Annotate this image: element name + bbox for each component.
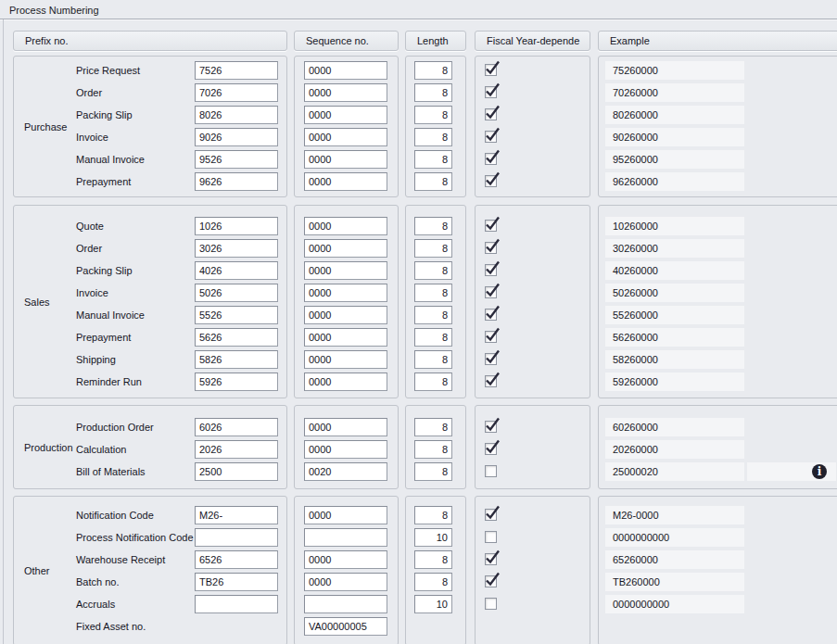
sequence-input[interactable]	[304, 261, 387, 280]
row-label: Packing Slip	[76, 106, 133, 124]
length-input[interactable]	[414, 284, 452, 302]
prefix-input[interactable]	[195, 550, 278, 569]
prefix-input[interactable]	[195, 350, 278, 369]
length-input[interactable]	[414, 239, 452, 258]
length-input[interactable]	[414, 462, 452, 481]
sequence-input[interactable]	[304, 350, 387, 369]
length-input[interactable]	[414, 373, 452, 391]
length-input[interactable]	[414, 172, 452, 191]
length-input[interactable]	[414, 550, 452, 569]
sequence-input[interactable]	[304, 217, 387, 235]
sequence-input[interactable]	[304, 595, 387, 613]
fiscal-year-checkbox[interactable]	[485, 331, 497, 343]
length-input[interactable]	[414, 328, 452, 347]
sequence-input[interactable]	[304, 106, 387, 124]
prefix-input[interactable]	[195, 284, 278, 302]
sequence-input[interactable]	[304, 440, 387, 459]
fiscal-year-checkbox[interactable]	[485, 242, 497, 254]
prefix-input[interactable]	[195, 462, 278, 481]
prefix-input[interactable]	[195, 61, 278, 80]
row-label: Production Order	[76, 418, 154, 436]
sequence-input[interactable]	[304, 617, 387, 636]
fiscal-year-checkbox[interactable]	[485, 153, 497, 165]
fiscal-year-checkbox[interactable]	[485, 108, 497, 120]
length-input[interactable]	[414, 61, 452, 80]
length-input[interactable]	[414, 595, 452, 613]
prefix-input[interactable]	[195, 595, 278, 613]
prefix-input[interactable]	[195, 573, 278, 591]
sequence-input[interactable]	[304, 506, 387, 524]
example-field: 30260000	[605, 239, 744, 258]
fiscal-year-checkbox[interactable]	[485, 131, 497, 143]
sequence-input[interactable]	[304, 306, 387, 324]
fiscal-year-checkbox[interactable]	[485, 64, 497, 76]
fiscal-year-checkbox[interactable]	[485, 531, 497, 543]
example-field: 96260000	[605, 172, 744, 191]
sequence-input[interactable]	[304, 172, 387, 191]
sequence-input[interactable]	[304, 573, 387, 591]
info-icon[interactable]: i	[812, 464, 827, 479]
fiscal-year-checkbox[interactable]	[485, 443, 497, 455]
fiscal-year-checkbox[interactable]	[485, 309, 497, 321]
sequence-input[interactable]	[304, 550, 387, 569]
length-input[interactable]	[414, 306, 452, 324]
sequence-input[interactable]	[304, 418, 387, 436]
length-input[interactable]	[414, 83, 452, 102]
sequence-input[interactable]	[304, 284, 387, 302]
sequence-input[interactable]	[304, 61, 387, 80]
row-label: Manual Invoice	[76, 306, 145, 324]
length-input[interactable]	[414, 440, 452, 459]
length-input[interactable]	[414, 350, 452, 369]
prefix-input[interactable]	[195, 106, 278, 124]
sequence-input[interactable]	[304, 128, 387, 146]
check-icon	[484, 371, 501, 386]
length-input[interactable]	[414, 106, 452, 124]
prefix-input[interactable]	[195, 172, 278, 191]
check-icon	[484, 259, 501, 275]
sequence-input[interactable]	[304, 83, 387, 102]
fiscal-year-checkbox[interactable]	[485, 553, 497, 565]
sequence-input[interactable]	[304, 462, 387, 481]
fiscal-year-checkbox[interactable]	[485, 86, 497, 98]
fiscal-year-checkbox[interactable]	[485, 220, 497, 232]
fiscal-year-checkbox[interactable]	[485, 264, 497, 276]
prefix-input[interactable]	[195, 128, 278, 146]
fiscal-year-checkbox[interactable]	[485, 286, 497, 298]
fiscal-year-checkbox[interactable]	[485, 509, 497, 521]
length-input[interactable]	[414, 506, 452, 524]
prefix-input[interactable]	[195, 150, 278, 169]
fiscal-year-checkbox[interactable]	[485, 575, 497, 587]
fiscal-year-checkbox[interactable]	[485, 175, 497, 187]
sequence-input[interactable]	[304, 150, 387, 169]
length-input[interactable]	[414, 261, 452, 280]
sequence-input[interactable]	[304, 328, 387, 347]
prefix-input[interactable]	[195, 261, 278, 280]
length-input[interactable]	[414, 528, 452, 547]
sequence-input[interactable]	[304, 528, 387, 547]
sequence-input[interactable]	[304, 239, 387, 258]
prefix-input[interactable]	[195, 83, 278, 102]
prefix-input[interactable]	[195, 528, 278, 547]
prefix-input[interactable]	[195, 418, 278, 436]
section-label: Production	[24, 438, 73, 457]
sequence-input[interactable]	[304, 373, 387, 391]
fiscal-year-checkbox[interactable]	[485, 598, 497, 610]
length-input[interactable]	[414, 128, 452, 146]
prefix-input[interactable]	[195, 306, 278, 324]
length-input[interactable]	[414, 150, 452, 169]
fiscal-year-checkbox[interactable]	[485, 375, 497, 387]
prefix-input[interactable]	[195, 217, 278, 235]
fiscal-year-checkbox[interactable]	[485, 465, 497, 477]
prefix-input[interactable]	[195, 239, 278, 258]
fiscal-year-checkbox[interactable]	[485, 353, 497, 365]
check-icon	[484, 82, 501, 97]
prefix-input[interactable]	[195, 506, 278, 524]
prefix-input[interactable]	[195, 328, 278, 347]
prefix-input[interactable]	[195, 440, 278, 459]
length-input[interactable]	[414, 217, 452, 235]
fiscal-year-checkbox[interactable]	[485, 421, 497, 433]
prefix-input[interactable]	[195, 373, 278, 391]
check-icon	[484, 304, 501, 320]
length-input[interactable]	[414, 418, 452, 436]
length-input[interactable]	[414, 573, 452, 591]
